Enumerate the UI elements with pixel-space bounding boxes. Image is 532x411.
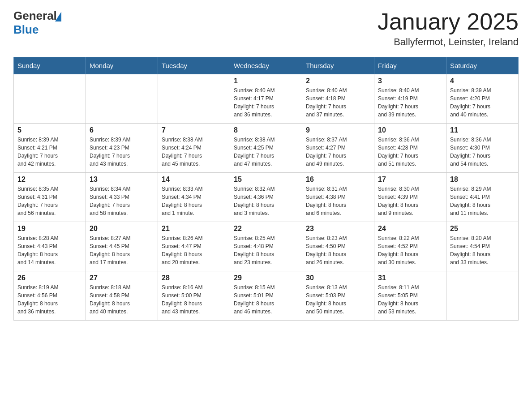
day-number: 26 (17, 274, 82, 282)
day-info: Sunrise: 8:39 AMSunset: 4:21 PMDaylight:… (17, 136, 82, 168)
day-number: 8 (234, 126, 298, 134)
day-number: 1 (234, 77, 298, 85)
day-number: 16 (306, 176, 370, 184)
day-number: 29 (234, 274, 298, 282)
day-number: 20 (90, 225, 154, 233)
day-of-week-header: Saturday (446, 57, 519, 74)
day-info: Sunrise: 8:33 AMSunset: 4:34 PMDaylight:… (162, 185, 226, 217)
calendar-day-cell: 20Sunrise: 8:27 AMSunset: 4:45 PMDayligh… (86, 222, 158, 271)
page-header: General Blue January 2025 Ballyfermot, L… (13, 9, 519, 48)
calendar-week-row: 12Sunrise: 8:35 AMSunset: 4:31 PMDayligh… (14, 173, 519, 222)
calendar-day-cell: 7Sunrise: 8:38 AMSunset: 4:24 PMDaylight… (158, 124, 230, 173)
day-number: 14 (162, 176, 226, 184)
calendar-title: January 2025 (378, 9, 519, 34)
day-info: Sunrise: 8:36 AMSunset: 4:28 PMDaylight:… (378, 136, 442, 168)
day-info: Sunrise: 8:30 AMSunset: 4:39 PMDaylight:… (378, 185, 442, 217)
day-info: Sunrise: 8:18 AMSunset: 4:58 PMDaylight:… (90, 283, 154, 316)
day-number: 2 (306, 77, 370, 85)
calendar-day-cell: 12Sunrise: 8:35 AMSunset: 4:31 PMDayligh… (14, 173, 86, 222)
calendar-day-cell: 11Sunrise: 8:36 AMSunset: 4:30 PMDayligh… (446, 124, 519, 173)
calendar-day-cell: 24Sunrise: 8:22 AMSunset: 4:52 PMDayligh… (374, 222, 446, 271)
day-number: 7 (162, 126, 226, 134)
day-number: 21 (162, 225, 226, 233)
calendar-day-cell: 22Sunrise: 8:25 AMSunset: 4:48 PMDayligh… (230, 222, 302, 271)
calendar-table: SundayMondayTuesdayWednesdayThursdayFrid… (13, 57, 519, 321)
day-info: Sunrise: 8:28 AMSunset: 4:43 PMDaylight:… (17, 234, 82, 266)
day-of-week-header: Monday (86, 57, 158, 74)
day-info: Sunrise: 8:29 AMSunset: 4:41 PMDaylight:… (450, 185, 515, 217)
day-number: 12 (17, 176, 82, 184)
day-info: Sunrise: 8:37 AMSunset: 4:27 PMDaylight:… (306, 136, 370, 168)
calendar-week-row: 1Sunrise: 8:40 AMSunset: 4:17 PMDaylight… (14, 74, 519, 124)
calendar-day-cell: 10Sunrise: 8:36 AMSunset: 4:28 PMDayligh… (374, 124, 446, 173)
calendar-day-cell: 5Sunrise: 8:39 AMSunset: 4:21 PMDaylight… (14, 124, 86, 173)
logo: General Blue (13, 9, 61, 37)
header-right: January 2025 Ballyfermot, Leinster, Irel… (378, 9, 519, 48)
day-number: 17 (378, 176, 442, 184)
day-number: 10 (378, 126, 442, 134)
calendar-day-cell: 8Sunrise: 8:38 AMSunset: 4:25 PMDaylight… (230, 124, 302, 173)
day-info: Sunrise: 8:38 AMSunset: 4:24 PMDaylight:… (162, 136, 226, 168)
calendar-day-cell (446, 271, 519, 321)
calendar-day-cell (86, 74, 158, 124)
calendar-day-cell: 15Sunrise: 8:32 AMSunset: 4:36 PMDayligh… (230, 173, 302, 222)
day-number: 31 (378, 274, 442, 282)
calendar-day-cell: 31Sunrise: 8:11 AMSunset: 5:05 PMDayligh… (374, 271, 446, 321)
day-info: Sunrise: 8:25 AMSunset: 4:48 PMDaylight:… (234, 234, 298, 266)
day-number: 22 (234, 225, 298, 233)
day-number: 4 (450, 77, 515, 85)
calendar-day-cell: 13Sunrise: 8:34 AMSunset: 4:33 PMDayligh… (86, 173, 158, 222)
day-number: 5 (17, 126, 82, 134)
day-info: Sunrise: 8:20 AMSunset: 4:54 PMDaylight:… (450, 234, 515, 266)
calendar-day-cell: 21Sunrise: 8:26 AMSunset: 4:47 PMDayligh… (158, 222, 230, 271)
calendar-day-cell: 9Sunrise: 8:37 AMSunset: 4:27 PMDaylight… (302, 124, 374, 173)
calendar-day-cell: 16Sunrise: 8:31 AMSunset: 4:38 PMDayligh… (302, 173, 374, 222)
day-of-week-header: Thursday (302, 57, 374, 74)
day-info: Sunrise: 8:34 AMSunset: 4:33 PMDaylight:… (90, 185, 154, 217)
calendar-day-cell: 18Sunrise: 8:29 AMSunset: 4:41 PMDayligh… (446, 173, 519, 222)
day-info: Sunrise: 8:22 AMSunset: 4:52 PMDaylight:… (378, 234, 442, 266)
day-info: Sunrise: 8:40 AMSunset: 4:18 PMDaylight:… (306, 86, 370, 119)
logo-triangle-icon (55, 12, 61, 21)
day-info: Sunrise: 8:32 AMSunset: 4:36 PMDaylight:… (234, 185, 298, 217)
day-number: 24 (378, 225, 442, 233)
calendar-day-cell: 23Sunrise: 8:23 AMSunset: 4:50 PMDayligh… (302, 222, 374, 271)
day-number: 6 (90, 126, 154, 134)
day-number: 25 (450, 225, 515, 233)
day-info: Sunrise: 8:38 AMSunset: 4:25 PMDaylight:… (234, 136, 298, 168)
calendar-day-cell: 28Sunrise: 8:16 AMSunset: 5:00 PMDayligh… (158, 271, 230, 321)
day-info: Sunrise: 8:11 AMSunset: 5:05 PMDaylight:… (378, 283, 442, 316)
calendar-day-cell: 2Sunrise: 8:40 AMSunset: 4:18 PMDaylight… (302, 74, 374, 124)
day-number: 28 (162, 274, 226, 282)
day-of-week-header: Tuesday (158, 57, 230, 74)
calendar-header-row: SundayMondayTuesdayWednesdayThursdayFrid… (14, 57, 519, 74)
day-info: Sunrise: 8:31 AMSunset: 4:38 PMDaylight:… (306, 185, 370, 217)
calendar-week-row: 26Sunrise: 8:19 AMSunset: 4:56 PMDayligh… (14, 271, 519, 321)
calendar-day-cell: 14Sunrise: 8:33 AMSunset: 4:34 PMDayligh… (158, 173, 230, 222)
day-of-week-header: Friday (374, 57, 446, 74)
day-of-week-header: Sunday (14, 57, 86, 74)
calendar-day-cell: 26Sunrise: 8:19 AMSunset: 4:56 PMDayligh… (14, 271, 86, 321)
day-number: 30 (306, 274, 370, 282)
day-of-week-header: Wednesday (230, 57, 302, 74)
day-info: Sunrise: 8:26 AMSunset: 4:47 PMDaylight:… (162, 234, 226, 266)
day-info: Sunrise: 8:16 AMSunset: 5:00 PMDaylight:… (162, 283, 226, 316)
day-number: 23 (306, 225, 370, 233)
calendar-week-row: 19Sunrise: 8:28 AMSunset: 4:43 PMDayligh… (14, 222, 519, 271)
day-number: 18 (450, 176, 515, 184)
day-number: 27 (90, 274, 154, 282)
calendar-day-cell: 1Sunrise: 8:40 AMSunset: 4:17 PMDaylight… (230, 74, 302, 124)
calendar-day-cell: 27Sunrise: 8:18 AMSunset: 4:58 PMDayligh… (86, 271, 158, 321)
calendar-day-cell: 25Sunrise: 8:20 AMSunset: 4:54 PMDayligh… (446, 222, 519, 271)
day-info: Sunrise: 8:39 AMSunset: 4:23 PMDaylight:… (90, 136, 154, 168)
day-number: 9 (306, 126, 370, 134)
calendar-day-cell: 4Sunrise: 8:39 AMSunset: 4:20 PMDaylight… (446, 74, 519, 124)
day-info: Sunrise: 8:13 AMSunset: 5:03 PMDaylight:… (306, 283, 370, 316)
calendar-day-cell: 30Sunrise: 8:13 AMSunset: 5:03 PMDayligh… (302, 271, 374, 321)
calendar-week-row: 5Sunrise: 8:39 AMSunset: 4:21 PMDaylight… (14, 124, 519, 173)
day-info: Sunrise: 8:19 AMSunset: 4:56 PMDaylight:… (17, 283, 82, 316)
day-info: Sunrise: 8:23 AMSunset: 4:50 PMDaylight:… (306, 234, 370, 266)
calendar-day-cell (158, 74, 230, 124)
logo-general: General (13, 9, 57, 23)
day-number: 19 (17, 225, 82, 233)
